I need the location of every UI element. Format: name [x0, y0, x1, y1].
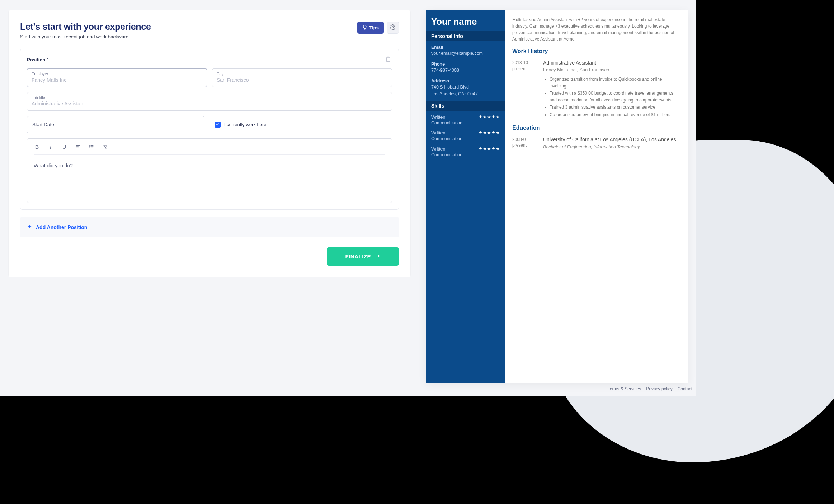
- svg-point-7: [90, 145, 90, 145]
- contact-link[interactable]: Contact: [678, 386, 692, 391]
- job-title-input[interactable]: [32, 101, 387, 106]
- work-entry: 2013-10 present Administrative Assistant…: [512, 60, 681, 119]
- preview-main: Multi-tasking Admin Assistant with +2 ye…: [505, 10, 688, 383]
- employer-field-wrap[interactable]: Employer: [27, 68, 207, 87]
- city-input[interactable]: [217, 77, 387, 83]
- editor-toolbar: B I U: [34, 144, 385, 155]
- page-title: Let's start with your experience: [20, 22, 151, 32]
- edu-degree: Bachelor of Engineering, Information Tec…: [543, 144, 681, 149]
- checkbox-checked-icon: [215, 122, 221, 128]
- app-frame: Let's start with your experience Start w…: [0, 0, 696, 396]
- start-date-label: Start Date: [32, 122, 54, 127]
- position-block: Position 1 Employer City: [20, 49, 399, 210]
- skill-name: Written Communication: [431, 114, 471, 126]
- description-editor[interactable]: B I U What did you do?: [27, 138, 392, 203]
- tips-button-label: Tips: [369, 25, 379, 30]
- address-label: Address: [431, 79, 500, 84]
- finalize-button[interactable]: FINALIZE: [327, 247, 399, 266]
- resume-preview: Your name Personal Info Email your.email…: [426, 10, 688, 383]
- start-date-field[interactable]: Start Date: [27, 116, 204, 133]
- position-label: Position 1: [27, 57, 49, 62]
- clear-format-button[interactable]: [102, 144, 108, 150]
- address-value-2: Los Angeles, CA 90047: [431, 91, 500, 97]
- privacy-link[interactable]: Privacy policy: [646, 386, 672, 391]
- trash-icon: [385, 56, 391, 63]
- svg-point-0: [392, 27, 394, 28]
- city-field-wrap[interactable]: City: [212, 68, 392, 87]
- skill-name: Written Communication: [431, 146, 471, 158]
- skill-name: Written Communication: [431, 130, 471, 142]
- italic-button[interactable]: I: [47, 144, 54, 150]
- bold-button[interactable]: B: [34, 144, 40, 150]
- bullet-item: Co-organized an event bringing in annual…: [550, 111, 681, 118]
- edu-school: University of California at Los Angeles …: [543, 137, 681, 142]
- star-rating-icon: ★★★★★: [479, 130, 500, 135]
- list-icon: [89, 144, 94, 150]
- work-date-start: 2013-10: [512, 60, 538, 66]
- job-title-label: Job title: [32, 95, 387, 100]
- finalize-label: FINALIZE: [345, 253, 371, 260]
- city-label: City: [217, 72, 387, 76]
- bullet-item: Trusted with a $350,00 budget to coordin…: [550, 90, 681, 103]
- clear-format-icon: [103, 144, 108, 150]
- align-left-icon: [75, 144, 80, 150]
- skills-heading: Skills: [426, 101, 505, 111]
- arrow-right-icon: [374, 253, 380, 260]
- align-button[interactable]: [75, 144, 81, 150]
- email-value: your.email@example.com: [431, 51, 500, 57]
- gear-icon: [390, 24, 396, 31]
- delete-position-button[interactable]: [384, 56, 392, 63]
- employer-input[interactable]: [32, 77, 202, 83]
- education-heading: Education: [512, 125, 681, 133]
- skill-row: Written Communication ★★★★★: [426, 111, 505, 127]
- edu-date-start: 2008-01: [512, 137, 538, 143]
- work-bullets: Organized transition from invoice to Qui…: [543, 76, 681, 118]
- plus-icon: [27, 224, 32, 230]
- tips-button[interactable]: Tips: [357, 22, 384, 34]
- work-title: Administrative Assistant: [543, 60, 681, 66]
- add-position-button[interactable]: Add Another Position: [20, 217, 399, 237]
- work-date-end: present: [512, 66, 538, 72]
- lightbulb-icon: [362, 25, 367, 31]
- preview-name: Your name: [426, 10, 505, 31]
- preview-sidebar: Your name Personal Info Email your.email…: [426, 10, 505, 383]
- settings-button[interactable]: [387, 22, 399, 34]
- phone-label: Phone: [431, 62, 500, 67]
- star-rating-icon: ★★★★★: [479, 146, 500, 151]
- bullet-item: Organized transition from invoice to Qui…: [550, 76, 681, 89]
- svg-point-9: [90, 147, 90, 148]
- add-position-label: Add Another Position: [36, 224, 87, 230]
- underline-icon: U: [62, 144, 66, 150]
- employer-label: Employer: [32, 72, 202, 76]
- list-button[interactable]: [88, 144, 95, 150]
- education-entry: 2008-01 present University of California…: [512, 137, 681, 149]
- editor-placeholder: What did you do?: [34, 163, 385, 168]
- terms-link[interactable]: Terms & Services: [608, 386, 641, 391]
- currently-work-label: I currently work here: [224, 122, 267, 127]
- star-rating-icon: ★★★★★: [479, 114, 500, 119]
- currently-work-checkbox-wrap[interactable]: I currently work here: [215, 122, 267, 128]
- email-label: Email: [431, 45, 500, 50]
- skill-row: Written Communication ★★★★★: [426, 127, 505, 143]
- summary-text: Multi-tasking Admin Assistant with +2 ye…: [512, 16, 681, 42]
- bold-icon: B: [35, 144, 39, 150]
- phone-value: 774-987-4008: [431, 67, 500, 73]
- job-title-field-wrap[interactable]: Job title: [27, 92, 392, 111]
- address-value-1: 740 S Hobard Blvd: [431, 84, 500, 90]
- italic-icon: I: [50, 144, 51, 150]
- underline-button[interactable]: U: [61, 144, 67, 150]
- personal-info-heading: Personal Info: [426, 31, 505, 41]
- work-company: Fancy Malls Inc., San Francisco: [543, 67, 681, 72]
- page-subtitle: Start with your most recent job and work…: [20, 34, 151, 39]
- bullet-item: Trained 3 administrative assistants on c…: [550, 104, 681, 111]
- skill-row: Written Communication ★★★★★: [426, 143, 505, 159]
- svg-point-8: [90, 146, 90, 147]
- edu-date-end: present: [512, 142, 538, 148]
- experience-form-card: Let's start with your experience Start w…: [9, 10, 410, 277]
- work-history-heading: Work History: [512, 48, 681, 56]
- footer-links: Terms & Services Privacy policy Contact: [608, 386, 692, 391]
